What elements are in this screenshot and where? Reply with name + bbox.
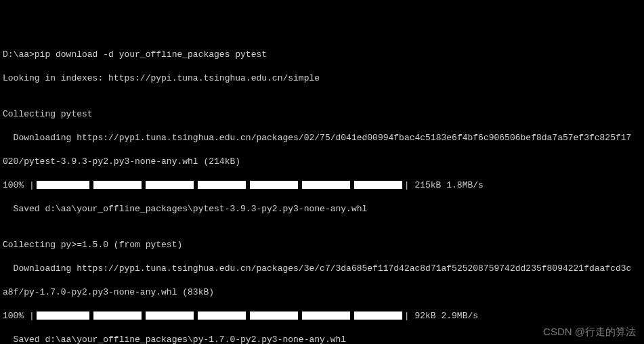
progress-fill-icon bbox=[198, 311, 246, 320]
progress-fill-icon bbox=[93, 181, 142, 189]
progress-bar: 100% || 92kB 2.9MB/s bbox=[3, 310, 641, 322]
collecting-line: Collecting pytest bbox=[3, 108, 641, 121]
download-url-line: Downloading https://pypi.tuna.tsinghua.e… bbox=[3, 132, 641, 144]
collecting-line: Collecting py>=1.5.0 (from pytest) bbox=[3, 239, 641, 251]
progress-fill-icon bbox=[302, 181, 350, 189]
progress-fill-icon bbox=[250, 311, 298, 320]
progress-percent: 100% | bbox=[3, 311, 35, 321]
download-file-line: a8f/py-1.7.0-py2.py3-none-any.whl (83kB) bbox=[3, 286, 641, 299]
download-file-line: 020/pytest-3.9.3-py2.py3-none-any.whl (2… bbox=[3, 156, 641, 168]
progress-fill-icon bbox=[93, 311, 142, 320]
saved-line: Saved d:\aa\your_offline_packages\pytest… bbox=[3, 203, 641, 215]
progress-fill-icon bbox=[146, 181, 194, 189]
progress-fill-icon bbox=[37, 311, 89, 320]
progress-fill-icon bbox=[198, 181, 246, 189]
progress-fill-icon bbox=[250, 181, 298, 189]
progress-rate: | 215kB 1.8MB/s bbox=[404, 180, 484, 190]
progress-rate: | 92kB 2.9MB/s bbox=[404, 311, 478, 321]
watermark-text: CSDN @行走的算法 bbox=[543, 325, 636, 339]
progress-fill-icon bbox=[354, 181, 402, 189]
download-url-line: Downloading https://pypi.tuna.tsinghua.e… bbox=[3, 263, 641, 275]
progress-fill-icon bbox=[37, 181, 89, 189]
progress-bar: 100% || 215kB 1.8MB/s bbox=[3, 179, 641, 192]
progress-fill-icon bbox=[146, 311, 194, 320]
progress-fill-icon bbox=[354, 311, 402, 320]
progress-fill-icon bbox=[302, 311, 350, 320]
indexes-line: Looking in indexes: https://pypi.tuna.ts… bbox=[3, 72, 641, 85]
prompt-line: D:\aa>pip download -d your_offline_packa… bbox=[3, 49, 641, 61]
progress-percent: 100% | bbox=[3, 180, 35, 190]
